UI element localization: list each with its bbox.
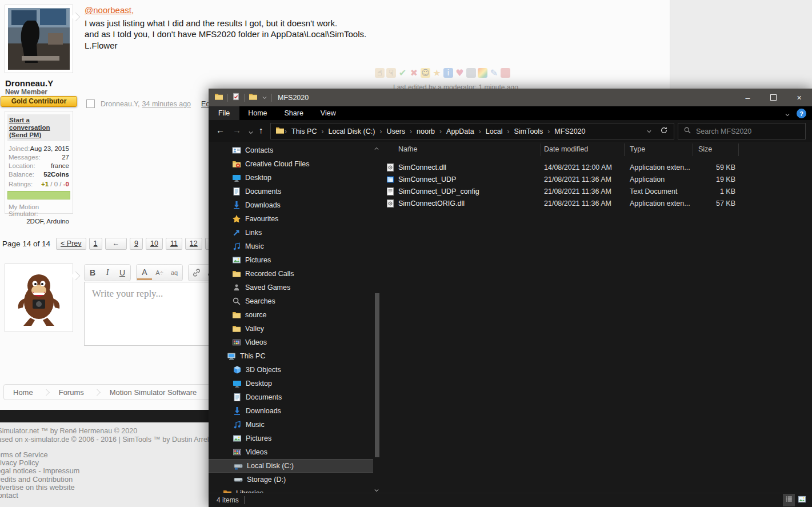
tree-item-local-disk-c[interactable]: Local Disk (C:)	[209, 459, 373, 473]
tree-item-storage-d[interactable]: Storage (D:)	[209, 473, 373, 486]
footer-link-legal-notices-impressum[interactable]: Legal notices - Impressum	[0, 467, 79, 475]
footer-link-advertise-on-this-website[interactable]: Advertise on this website	[0, 484, 79, 492]
ribbon-collapse-icon[interactable]	[785, 110, 790, 120]
tree-item-music[interactable]: Music	[209, 239, 373, 253]
thumbs-down-icon[interactable]: ☟	[386, 68, 396, 78]
address-crumb-appdata[interactable]: AppData	[442, 127, 479, 135]
close-button[interactable]: ×	[786, 89, 812, 106]
qat-dropdown-icon[interactable]	[262, 93, 267, 103]
search-input[interactable]: Search MFS2020	[678, 123, 806, 139]
address-crumb-this-pc[interactable]: This PC	[287, 127, 321, 135]
format-a-button[interactable]: A÷	[152, 265, 167, 280]
file-row-simconnect-udp[interactable]: SimConnect_UDP21/08/2021 11:36 AMApplica…	[381, 174, 812, 186]
smiley-icon[interactable]: ☺	[421, 68, 430, 78]
folder-icon[interactable]	[249, 92, 258, 103]
file-row-simconnect-udp-config[interactable]: SimConnect_UDP_config21/08/2021 11:36 AM…	[381, 186, 812, 198]
page-button-1[interactable]: 1	[89, 238, 102, 250]
thumbnail-view-button[interactable]	[796, 494, 808, 506]
tree-scrollbar[interactable]	[374, 143, 381, 493]
address-crumb-simtools[interactable]: SimTools	[510, 127, 548, 135]
tree-item-source[interactable]: source	[209, 308, 373, 322]
page-button-11[interactable]: 11	[166, 238, 182, 250]
tree-item-music[interactable]: Music	[209, 418, 373, 432]
ribbon-tab-share[interactable]: Share	[276, 106, 312, 120]
cross-icon[interactable]: ✖	[409, 68, 419, 78]
address-crumb-local-disk-c[interactable]: Local Disk (C:)	[323, 127, 379, 135]
page-button-10[interactable]: 10	[146, 238, 163, 250]
wrench-icon[interactable]	[466, 68, 476, 78]
tree-item-contacts[interactable]: Contacts	[209, 143, 373, 157]
address-crumb-mfs2020[interactable]: MFS2020	[550, 127, 590, 135]
start-conversation-link[interactable]: Start a conversation	[9, 117, 69, 131]
breadcrumb-forums[interactable]: Forums	[50, 388, 93, 397]
column-separator[interactable]	[541, 143, 541, 156]
tree-item-pictures[interactable]: Pictures	[209, 253, 373, 267]
folder-icon[interactable]	[214, 92, 223, 103]
format-b-button[interactable]: B	[85, 265, 100, 280]
format-u-button[interactable]: U	[115, 265, 130, 280]
tree-item-documents[interactable]: Documents	[209, 185, 373, 198]
footer-link-privacy-policy[interactable]: Privacy Policy	[0, 459, 79, 467]
details-view-button[interactable]	[783, 494, 795, 506]
format-a-button[interactable]: A	[137, 265, 152, 280]
tree-item-desktop[interactable]: Desktop	[209, 171, 373, 185]
tree-item-links[interactable]: Links	[209, 226, 373, 239]
refresh-icon[interactable]	[660, 126, 668, 137]
title-bar[interactable]: MFS2020 – ×	[209, 89, 812, 106]
info-icon[interactable]: i	[443, 68, 453, 78]
heart-icon[interactable]: ♥	[455, 68, 465, 78]
address-crumb-users[interactable]: Users	[382, 127, 410, 135]
page-button-prev[interactable]: < Prev	[56, 238, 86, 250]
tree-item-creative-cloud-files[interactable]: Creative Cloud Files	[209, 157, 373, 171]
tree-item-saved-games[interactable]: Saved Games	[209, 281, 373, 294]
post-author-avatar[interactable]	[5, 5, 73, 73]
column-header-type[interactable]: Type	[630, 145, 645, 153]
tree-item-desktop[interactable]: Desktop	[209, 377, 373, 390]
file-row-simconnectorig-dll[interactable]: SimConnectORIG.dll21/08/2021 11:36 AMApp…	[381, 198, 812, 210]
check-icon[interactable]: ✔	[398, 68, 407, 78]
address-dropdown-icon[interactable]	[646, 126, 652, 137]
footer-link-terms-of-service[interactable]: Terms of Service	[0, 451, 79, 459]
tree-item-valley[interactable]: Valley	[209, 322, 373, 336]
address-crumb-noorb[interactable]: noorb	[412, 127, 439, 135]
thumbs-up-icon[interactable]: ☝	[375, 68, 385, 78]
column-separator[interactable]	[693, 143, 693, 156]
help-button[interactable]: ?	[797, 109, 806, 118]
format-i-button[interactable]: I	[100, 265, 115, 280]
column-header-size[interactable]: Size	[698, 145, 712, 153]
up-button[interactable]: ↑	[259, 125, 263, 135]
page-button-9[interactable]: 9	[130, 238, 143, 250]
pencil-icon[interactable]: ✎	[489, 68, 499, 78]
page-button-12[interactable]: 12	[185, 238, 202, 250]
scroll-down-icon[interactable]	[374, 485, 381, 492]
maximize-button[interactable]	[761, 89, 786, 106]
rainbow-icon[interactable]	[478, 68, 487, 78]
address-crumb-local[interactable]: Local	[481, 127, 507, 135]
scroll-up-icon[interactable]	[374, 143, 381, 150]
back-button[interactable]: ←	[216, 125, 225, 135]
page-button-[interactable]: ←	[105, 238, 127, 250]
tree-item-pictures[interactable]: Pictures	[209, 432, 373, 445]
tree-item-videos[interactable]: Videos	[209, 336, 373, 349]
link-icon[interactable]	[189, 265, 204, 280]
recent-locations-icon[interactable]	[248, 127, 254, 137]
address-bar[interactable]: ›This PC›Local Disk (C:)›Users›noorb›App…	[270, 123, 674, 139]
current-user-avatar[interactable]	[5, 264, 73, 332]
breadcrumb-motion-simulator-software[interactable]: Motion Simulator Software	[101, 388, 206, 397]
tree-item-favourites[interactable]: Favourites	[209, 212, 373, 226]
tree-item-downloads[interactable]: Downloads	[209, 198, 373, 212]
tree-item-downloads[interactable]: Downloads	[209, 404, 373, 418]
tree-item-this-pc[interactable]: This PC	[209, 349, 373, 363]
mention-link[interactable]: @noorbeast,	[85, 5, 134, 15]
tree-item-recorded-calls[interactable]: Recorded Calls	[209, 267, 373, 281]
post-select-checkbox[interactable]	[86, 99, 95, 108]
send-pm-link[interactable]: (Send PM)	[9, 131, 69, 139]
post-timestamp-link[interactable]: 34 minutes ago	[142, 100, 191, 108]
medal-icon[interactable]: ★	[432, 68, 442, 78]
file-row-simconnect-dll[interactable]: SimConnect.dll14/08/2021 12:00 AMApplica…	[381, 162, 812, 174]
tree-item-3d-objects[interactable]: 3D Objects	[209, 363, 373, 377]
column-separator[interactable]	[738, 143, 739, 156]
tree-item-videos[interactable]: Videos	[209, 445, 373, 459]
format-aq-button[interactable]: aq	[167, 265, 182, 280]
scrollbar-thumb[interactable]	[375, 293, 379, 457]
